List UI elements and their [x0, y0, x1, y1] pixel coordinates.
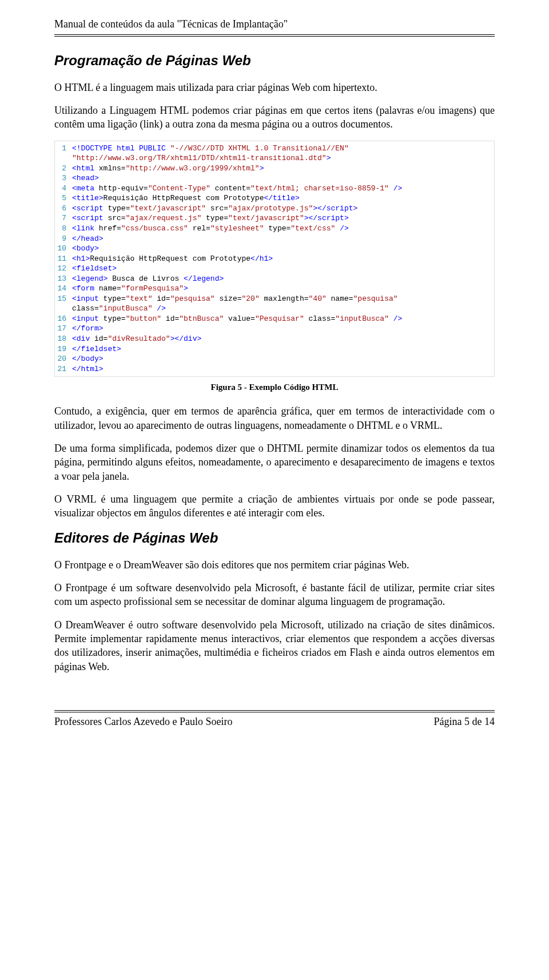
code-text: <script type="text/javascript" src="ajax…: [72, 204, 357, 214]
code-text: "http://www.w3.org/TR/xhtml1/DTD/xhtml1-…: [72, 153, 331, 164]
code-text: <head>: [72, 173, 99, 184]
code-line: 17</form>: [55, 324, 494, 334]
code-line: "http://www.w3.org/TR/xhtml1/DTD/xhtml1-…: [55, 153, 494, 164]
code-line: 10<body>: [55, 244, 494, 254]
code-line: 14<form name="formPesquisa">: [55, 284, 494, 294]
footer-page-number: Página 5 de 14: [434, 715, 495, 728]
line-number: 13: [55, 274, 72, 284]
line-number: 12: [55, 264, 72, 274]
code-text: class="inputBusca" />: [72, 304, 166, 314]
code-text: </head>: [72, 234, 104, 244]
code-sample-html: 1<!DOCTYPE html PUBLIC "-//W3C//DTD XHTM…: [54, 141, 495, 377]
paragraph: De uma forma simplificada, podemos dizer…: [54, 441, 495, 483]
page-footer: Professores Carlos Azevedo e Paulo Soeir…: [54, 715, 495, 728]
code-line: 7<script src="ajax/request.js" type="tex…: [55, 213, 494, 224]
code-line: 13<legend> Busca de Livros </legend>: [55, 274, 494, 284]
code-text: </html>: [72, 364, 104, 375]
figure-caption: Figura 5 - Exemplo Código HTML: [54, 381, 495, 393]
line-number: 6: [55, 204, 72, 214]
code-line: 21</html>: [55, 364, 494, 375]
line-number: 1: [55, 144, 72, 154]
code-line: 9</head>: [55, 234, 494, 244]
code-line: 19</fieldset>: [55, 344, 494, 354]
code-line: 20</body>: [55, 354, 494, 364]
code-line: 8<link href="css/busca.css" rel="stylesh…: [55, 224, 494, 234]
code-text: <input type="button" id="btnBusca" value…: [72, 314, 402, 324]
code-line: 11<h1>Requisição HttpRequest com Prototy…: [55, 254, 494, 264]
code-text: <html xmlns="http://www.w3.org/1999/xhtm…: [72, 164, 264, 174]
paragraph: O Frontpage e o DreamWeaver são dois edi…: [54, 558, 495, 572]
line-number: 17: [55, 324, 72, 334]
code-text: </fieldset>: [72, 344, 121, 354]
line-number: 15: [55, 294, 72, 304]
paragraph: Contudo, a exigência, quer em termos de …: [54, 404, 495, 432]
code-line: 4<meta http-equiv="Content-Type" content…: [55, 184, 494, 194]
line-number: 5: [55, 193, 72, 204]
line-number: 7: [55, 213, 72, 224]
line-number: 19: [55, 344, 72, 354]
code-line: 5<title>Requisição HttpRequest com Proto…: [55, 193, 494, 204]
code-text: <legend> Busca de Livros </legend>: [72, 274, 224, 284]
code-text: <link href="css/busca.css" rel="styleshe…: [72, 224, 349, 234]
footer-rule: [54, 710, 495, 715]
code-text: <form name="formPesquisa">: [72, 284, 188, 294]
footer-authors: Professores Carlos Azevedo e Paulo Soeir…: [54, 715, 232, 728]
code-text: <fieldset>: [72, 264, 117, 274]
line-number: 4: [55, 184, 72, 194]
code-text: <body>: [72, 244, 99, 254]
paragraph: Utilizando a Linguagem HTML podemos cria…: [54, 103, 495, 132]
code-text: <script src="ajax/request.js" type="text…: [72, 213, 349, 224]
section-heading-editores: Editores de Páginas Web: [54, 529, 495, 547]
paragraph: O Frontpage é um software desenvolvido p…: [54, 581, 495, 609]
line-number: 8: [55, 224, 72, 234]
paragraph: O DreamWeaver é outro software desenvolv…: [54, 618, 495, 674]
code-text: <input type="text" id="pesquisa" size="2…: [72, 294, 398, 304]
code-line: 1<!DOCTYPE html PUBLIC "-//W3C//DTD XHTM…: [55, 144, 494, 154]
paragraph: O VRML é uma linguagem que permite a cri…: [54, 492, 495, 520]
code-line: 2<html xmlns="http://www.w3.org/1999/xht…: [55, 164, 494, 174]
line-number: 21: [55, 364, 72, 375]
line-number: 11: [55, 254, 72, 264]
code-text: <title>Requisição HttpRequest com Protot…: [72, 193, 300, 204]
code-text: </body>: [72, 354, 104, 364]
code-line: 15<input type="text" id="pesquisa" size=…: [55, 294, 494, 304]
code-line: 3<head>: [55, 173, 494, 184]
code-text: <!DOCTYPE html PUBLIC "-//W3C//DTD XHTML…: [72, 144, 349, 154]
code-line: 6<script type="text/javascript" src="aja…: [55, 204, 494, 214]
code-text: <h1>Requisição HttpRequest com Prototype…: [72, 254, 273, 264]
document-header: Manual de conteúdos da aula "Técnicas de…: [54, 17, 495, 37]
document-title: Manual de conteúdos da aula "Técnicas de…: [54, 18, 288, 30]
line-number: 18: [55, 334, 72, 344]
code-text: <div id="divResultado"></div>: [72, 334, 201, 344]
code-line: 12<fieldset>: [55, 264, 494, 274]
line-number: 14: [55, 284, 72, 294]
code-text: </form>: [72, 324, 104, 334]
section-heading-programacao: Programação de Páginas Web: [54, 51, 495, 70]
line-number: 3: [55, 173, 72, 184]
line-number: 16: [55, 314, 72, 324]
code-line: class="inputBusca" />: [55, 304, 494, 314]
line-number: 2: [55, 164, 72, 174]
line-number: 20: [55, 354, 72, 364]
paragraph: O HTML é a linguagem mais utilizada para…: [54, 81, 495, 94]
code-line: 18<div id="divResultado"></div>: [55, 334, 494, 344]
line-number: 10: [55, 244, 72, 254]
code-text: <meta http-equiv="Content-Type" content=…: [72, 184, 402, 194]
line-number: 9: [55, 234, 72, 244]
code-line: 16<input type="button" id="btnBusca" val…: [55, 314, 494, 324]
